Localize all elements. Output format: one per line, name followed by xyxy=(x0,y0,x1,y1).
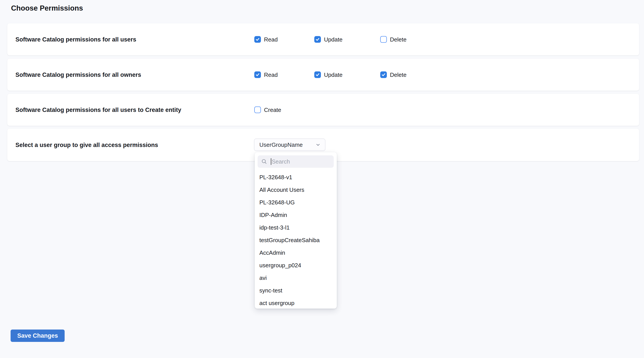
list-item[interactable]: PL-32648-UG xyxy=(255,196,337,209)
card-label: Software Catalog permissions for all own… xyxy=(16,71,141,78)
checkbox-label: Update xyxy=(324,36,342,43)
list-item[interactable]: AccAdmin xyxy=(255,246,337,259)
card-label: Software Catalog permissions for all use… xyxy=(16,36,136,43)
card-label: Select a user group to give all access p… xyxy=(16,142,158,148)
save-changes-button[interactable]: Save Changes xyxy=(10,329,64,342)
card-permissions-create-entity: Software Catalog permissions for all use… xyxy=(7,94,639,126)
list-item[interactable]: usergroup_p024 xyxy=(255,259,337,272)
checkbox-item-delete[interactable]: Delete xyxy=(380,71,406,78)
check-icon xyxy=(256,73,260,77)
list-item[interactable]: idp-test-3-l1 xyxy=(255,221,337,234)
checkbox[interactable] xyxy=(254,107,261,113)
checkbox[interactable] xyxy=(254,36,261,43)
checkbox[interactable] xyxy=(314,36,321,43)
list-item[interactable]: All Account Users xyxy=(255,184,337,196)
user-group-list: PL-32648-v1 All Account Users PL-32648-U… xyxy=(255,171,337,308)
dropdown-value: UserGroupName xyxy=(259,142,316,148)
checkbox-item-create[interactable]: Create xyxy=(254,106,281,113)
checkbox-item-update[interactable]: Update xyxy=(314,71,342,78)
checkbox-item-read[interactable]: Read xyxy=(254,36,278,43)
checkbox-label: Delete xyxy=(390,71,406,78)
checkbox-item-update[interactable]: Update xyxy=(314,36,342,43)
checkbox-label: Create xyxy=(264,106,281,113)
checkbox-item-delete[interactable]: Delete xyxy=(380,36,406,43)
list-item[interactable]: PL-32648-v1 xyxy=(255,171,337,184)
search-box[interactable] xyxy=(258,155,334,168)
card-label: Software Catalog permissions for all use… xyxy=(16,106,181,113)
list-item[interactable]: IDP-Admin xyxy=(255,209,337,221)
checkbox[interactable] xyxy=(314,72,321,78)
search-input[interactable] xyxy=(271,158,330,165)
check-icon xyxy=(316,37,320,42)
check-icon xyxy=(381,73,386,77)
list-item[interactable]: sync-test xyxy=(255,284,337,297)
checkbox-label: Delete xyxy=(390,36,406,43)
check-icon xyxy=(256,37,260,42)
card-permissions-all-users: Software Catalog permissions for all use… xyxy=(7,24,639,55)
chevron-down-icon xyxy=(316,142,321,147)
list-item[interactable]: testGroupCreateSahiba xyxy=(255,234,337,246)
checkbox-label: Read xyxy=(264,71,278,78)
user-group-dropdown-panel: PL-32648-v1 All Account Users PL-32648-U… xyxy=(255,152,337,308)
checkbox[interactable] xyxy=(380,72,387,78)
card-permissions-all-owners: Software Catalog permissions for all own… xyxy=(7,59,639,91)
list-item[interactable]: avi xyxy=(255,272,337,284)
list-item[interactable]: act usergroup xyxy=(255,297,337,308)
checkbox-label: Read xyxy=(264,36,278,43)
user-group-dropdown[interactable]: UserGroupName xyxy=(254,139,325,151)
page-title: Choose Permissions xyxy=(11,4,83,12)
checkbox-item-read[interactable]: Read xyxy=(254,71,278,78)
check-icon xyxy=(316,73,320,77)
checkbox-label: Update xyxy=(324,71,342,78)
checkbox[interactable] xyxy=(254,72,261,78)
checkbox[interactable] xyxy=(380,36,387,43)
search-icon xyxy=(261,158,267,165)
